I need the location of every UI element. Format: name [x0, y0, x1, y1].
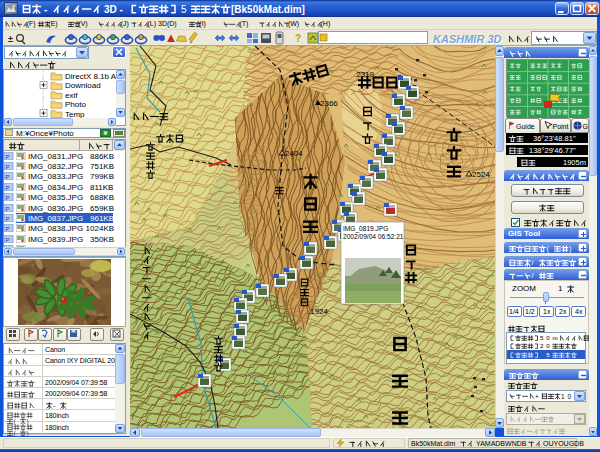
svg-text:0: 0 — [568, 393, 572, 400]
svg-text:±: ± — [8, 34, 13, 44]
svg-text:G: G — [583, 123, 588, 130]
svg-text:P: P — [6, 206, 10, 212]
svg-text:Photo: Photo — [65, 100, 86, 109]
svg-text:P: P — [6, 185, 10, 191]
svg-text:P: P — [6, 174, 10, 180]
svg-text:): ) — [569, 244, 572, 253]
svg-text:P: P — [6, 154, 10, 160]
svg-text:2524: 2524 — [472, 170, 490, 179]
svg-text:1: 1 — [561, 393, 565, 400]
svg-text:IMG_0819.JPG: IMG_0819.JPG — [343, 225, 388, 233]
svg-text:P: P — [6, 164, 10, 170]
svg-text:2404: 2404 — [285, 149, 303, 158]
svg-text:m: m — [552, 334, 557, 341]
svg-text:0: 0 — [546, 342, 550, 349]
svg-text:?: ? — [295, 33, 301, 44]
svg-text:P: P — [6, 237, 10, 243]
svg-text:P: P — [6, 226, 10, 232]
svg-text:(: ( — [547, 244, 550, 253]
svg-text:+: + — [535, 393, 539, 400]
svg-text:Download: Download — [65, 81, 101, 90]
svg-text:): ) — [27, 430, 29, 438]
svg-text:Temp: Temp — [65, 110, 85, 118]
svg-text:5: 5 — [181, 4, 187, 15]
svg-text:5: 5 — [540, 334, 544, 341]
svg-text:P: P — [6, 216, 10, 222]
svg-text:0: 0 — [546, 334, 550, 341]
svg-text:Point: Point — [553, 123, 569, 130]
svg-text:DirectX 8.1b All: DirectX 8.1b All — [65, 72, 117, 81]
svg-text:Guide: Guide — [516, 123, 535, 130]
svg-text:.1924.: .1924. — [308, 307, 330, 316]
svg-text:/: / — [532, 258, 535, 267]
svg-text:(: ( — [14, 430, 17, 438]
svg-text:-: - — [53, 402, 56, 409]
svg-text:2366: 2366 — [320, 99, 338, 108]
svg-text:2: 2 — [540, 342, 544, 349]
svg-text:exif: exif — [65, 91, 78, 100]
svg-text:2002/09/04 06:52:21: 2002/09/04 06:52:21 — [343, 233, 404, 240]
svg-text:P: P — [6, 195, 10, 201]
svg-text:5: 5 — [546, 351, 550, 358]
